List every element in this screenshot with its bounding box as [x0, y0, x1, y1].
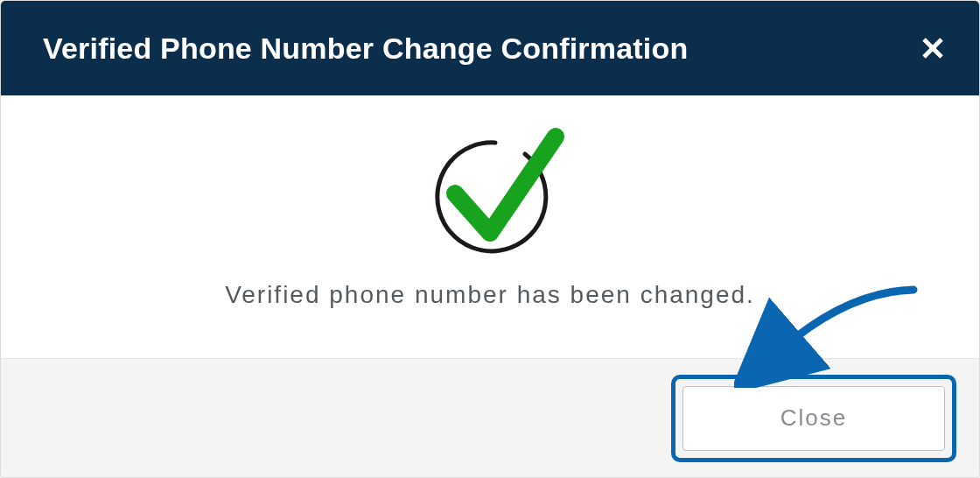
success-checkmark-icon: [402, 115, 578, 264]
close-button-highlight: Close: [671, 375, 956, 462]
close-button-label: Close: [780, 404, 847, 432]
close-icon[interactable]: [918, 33, 948, 63]
confirmation-message: Verified phone number has been changed.: [225, 281, 755, 309]
close-button[interactable]: Close: [682, 386, 945, 451]
dialog-footer: Close: [1, 358, 979, 477]
dialog-header: Verified Phone Number Change Confirmatio…: [1, 1, 979, 95]
dialog-title: Verified Phone Number Change Confirmatio…: [43, 32, 688, 66]
confirmation-dialog: Verified Phone Number Change Confirmatio…: [0, 0, 980, 478]
dialog-body: Verified phone number has been changed.: [1, 95, 979, 358]
